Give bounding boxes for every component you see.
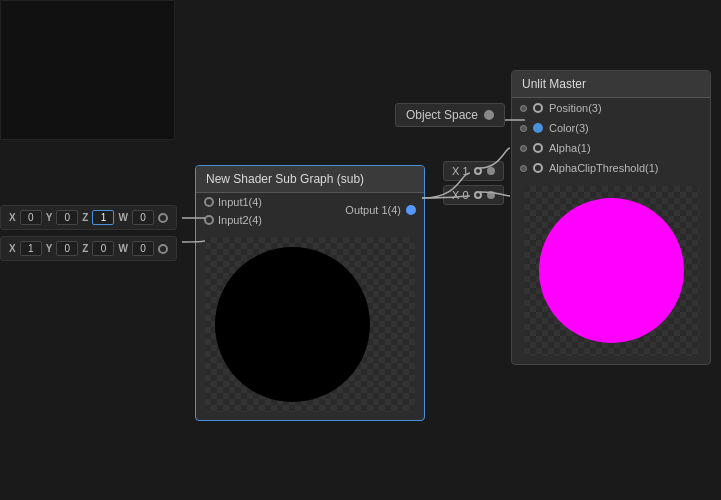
object-space-output-port[interactable] — [484, 110, 494, 120]
x-field-2[interactable] — [20, 241, 42, 256]
w-field-2[interactable] — [132, 241, 154, 256]
w-label-1: W — [118, 212, 127, 223]
z-label-2: Z — [82, 243, 88, 254]
pass-node-x1-label: X 1 — [452, 165, 469, 177]
subgraph-node-header: New Shader Sub Graph (sub) — [196, 166, 424, 193]
subgraph-title: New Shader Sub Graph (sub) — [206, 172, 364, 186]
unlit-color-label: Color(3) — [549, 122, 589, 134]
unlit-alphaclip-port[interactable] — [533, 163, 543, 173]
subgraph-output1-label: Output 1(4) — [345, 204, 401, 216]
z-field-2[interactable] — [92, 241, 114, 256]
unlit-master-preview — [524, 186, 699, 356]
unlit-alpha-small-dot[interactable] — [520, 145, 527, 152]
output-port-row2[interactable] — [158, 244, 168, 254]
subgraph-preview — [205, 237, 415, 412]
unlit-master-node: Unlit Master Position(3) Color(3) Alpha(… — [511, 70, 711, 365]
top-left-panel — [0, 0, 175, 140]
output-port-row1[interactable] — [158, 213, 168, 223]
unlit-alpha-port[interactable] — [533, 143, 543, 153]
subgraph-preview-circle — [215, 247, 370, 402]
unlit-alpha-label: Alpha(1) — [549, 142, 591, 154]
subgraph-node: New Shader Sub Graph (sub) Input1(4) Inp… — [195, 165, 425, 421]
subgraph-input2-label: Input2(4) — [218, 214, 262, 226]
z-label-1: Z — [82, 212, 88, 223]
x-label-1: X — [9, 212, 16, 223]
subgraph-input1-label: Input1(4) — [218, 196, 262, 208]
pass-node-x0-right-port[interactable] — [487, 191, 495, 199]
y-field-2[interactable] — [56, 241, 78, 256]
unlit-position-small-dot[interactable] — [520, 105, 527, 112]
input-rows-container: X Y Z W X Y Z W — [0, 205, 177, 261]
unlit-port-alpha: Alpha(1) — [512, 138, 710, 158]
y-label-1: Y — [46, 212, 53, 223]
input-row-2: X Y Z W — [0, 236, 177, 261]
y-field-1[interactable] — [56, 210, 78, 225]
y-label-2: Y — [46, 243, 53, 254]
z-field-1[interactable] — [92, 210, 114, 225]
object-space-label: Object Space — [406, 108, 478, 122]
w-label-2: W — [118, 243, 127, 254]
x-label-2: X — [9, 243, 16, 254]
unlit-alphaclip-small-dot[interactable] — [520, 165, 527, 172]
object-space-node[interactable]: Object Space — [395, 103, 505, 127]
pass-node-x1-left-port[interactable] — [474, 167, 482, 175]
unlit-master-header: Unlit Master — [512, 71, 710, 98]
pass-node-x1[interactable]: X 1 — [443, 161, 504, 181]
pass-node-x0[interactable]: X 0 — [443, 185, 504, 205]
unlit-port-position: Position(3) — [512, 98, 710, 118]
unlit-position-port[interactable] — [533, 103, 543, 113]
unlit-position-label: Position(3) — [549, 102, 602, 114]
pass-node-x1-right-port[interactable] — [487, 167, 495, 175]
subgraph-input1-port[interactable] — [204, 197, 214, 207]
unlit-color-small-dot[interactable] — [520, 125, 527, 132]
x-field-1[interactable] — [20, 210, 42, 225]
unlit-master-title: Unlit Master — [522, 77, 586, 91]
unlit-color-port[interactable] — [533, 123, 543, 133]
pass-node-x0-label: X 0 — [452, 189, 469, 201]
unlit-preview-circle — [539, 198, 684, 343]
subgraph-output1-port[interactable] — [406, 205, 416, 215]
unlit-port-alphaclip: AlphaClipThreshold(1) — [512, 158, 710, 178]
subgraph-input2-port[interactable] — [204, 215, 214, 225]
unlit-alphaclip-label: AlphaClipThreshold(1) — [549, 162, 658, 174]
unlit-port-color: Color(3) — [512, 118, 710, 138]
input-row-1: X Y Z W — [0, 205, 177, 230]
pass-node-x0-left-port[interactable] — [474, 191, 482, 199]
w-field-1[interactable] — [132, 210, 154, 225]
